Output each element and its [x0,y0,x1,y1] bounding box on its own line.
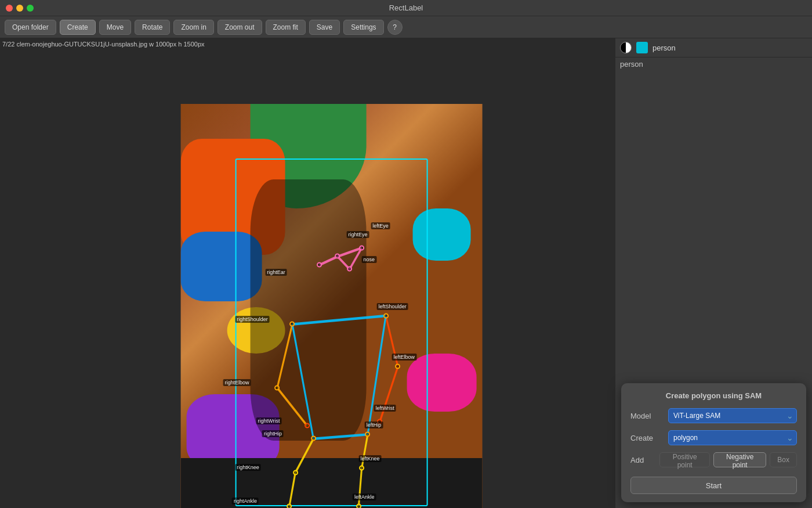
class-item-person[interactable]: person [615,57,812,71]
save-button[interactable]: Save [309,20,340,35]
create-select[interactable]: polygon [668,430,797,445]
keypoint-label-leftShoulder: leftShoulder [377,303,408,310]
positive-point-button[interactable]: Positive point [659,452,710,467]
keypoint-label-rightElbow: rightElbow [223,379,251,386]
negative-point-button[interactable]: Negative point [713,452,766,467]
box-button[interactable]: Box [770,452,797,467]
keypoint-dot-rightShoulder[interactable] [289,322,295,327]
maximize-button[interactable] [27,5,34,12]
keypoint-label-rightEar: rightEar [265,269,287,276]
keypoint-label-rightKnee: rightKnee [235,464,261,471]
keypoint-dot-leftHip[interactable] [365,431,370,437]
keypoint-label-rightEye: rightEye [347,231,369,238]
rotate-button[interactable]: Rotate [135,20,170,35]
file-info: 7/22 clem-onojeghuo-GUTUCKSU1jU-unsplash… [2,41,205,48]
sam-panel: Create polygon using SAM Model ViT-Large… [621,383,806,502]
add-button-group: Positive point Negative point Box [659,452,797,467]
create-label: Create [630,434,662,442]
contrast-icon [620,42,632,53]
keypoint-label-rightHip: rightHip [262,430,284,437]
toolbar: Open folder Create Move Rotate Zoom in Z… [0,16,812,38]
keypoint-label-rightAnkle: rightAnkle [232,498,259,505]
keypoint-dot-leftElbow[interactable] [395,364,400,369]
minimize-button[interactable] [16,5,23,12]
keypoint-label-leftElbow: leftElbow [392,354,417,361]
window-controls [6,5,34,12]
keypoint-dot-rightEye[interactable] [335,254,340,259]
graffiti-background: rightEyeleftEyenoserightEarrightShoulder… [181,104,483,509]
keypoint-dot-rightWrist[interactable] [304,423,310,428]
move-button[interactable]: Move [99,20,131,35]
class-name-label: person [652,44,676,52]
create-select-wrapper: polygon [668,430,797,445]
add-label: Add [630,456,659,464]
model-select[interactable]: ViT-Large SAM [668,408,797,423]
class-color-swatch [636,42,648,53]
class-list-header: person [615,38,812,57]
keypoint-dot-rightKnee[interactable] [293,470,298,475]
keypoint-label-leftAnkle: leftAnkle [353,493,376,500]
model-label: Model [630,412,662,420]
keypoint-label-leftEye: leftEye [371,222,390,229]
keypoint-dot-leftAnkle[interactable] [356,504,361,509]
keypoint-label-leftKnee: leftKnee [358,455,381,462]
close-button[interactable] [6,5,13,12]
keypoint-label-rightShoulder: rightShoulder [235,316,270,323]
keypoint-label-rightWrist: rightWrist [256,417,282,424]
keypoint-dot-leftKnee[interactable] [359,466,364,471]
keypoint-dot-rightAnkle[interactable] [287,504,292,509]
titlebar: RectLabel [0,0,812,16]
start-button[interactable]: Start [630,477,797,494]
keypoint-label-nose: nose [362,256,377,263]
canvas-area[interactable]: 7/22 clem-onojeghuo-GUTUCKSU1jU-unsplash… [0,38,615,508]
help-button[interactable]: ? [387,20,403,35]
app-title: RectLabel [389,3,423,12]
add-row: Add Positive point Negative point Box [630,452,797,467]
zoom-out-button[interactable]: Zoom out [217,20,262,35]
keypoint-dot-rightEar[interactable] [317,262,322,267]
create-row: Create polygon [630,430,797,445]
zoom-fit-button[interactable]: Zoom fit [266,20,306,35]
keypoint-dot-rightHip[interactable] [311,436,316,441]
keypoint-dot-rightElbow[interactable] [274,385,280,390]
keypoint-dot-nose[interactable] [347,266,352,272]
zoom-in-button[interactable]: Zoom in [173,20,213,35]
model-select-wrapper: ViT-Large SAM [668,408,797,423]
image-container: rightEyeleftEyenoserightEarrightShoulder… [181,104,483,509]
create-button[interactable]: Create [60,20,96,35]
right-panel: person person Create polygon using SAM M… [615,38,812,508]
sam-panel-title: Create polygon using SAM [630,391,797,400]
keypoint-dot-leftEye[interactable] [359,245,364,250]
keypoint-dot-leftShoulder[interactable] [383,313,389,318]
keypoint-label-leftWrist: leftWrist [374,405,396,412]
model-row: Model ViT-Large SAM [630,408,797,423]
open-folder-button[interactable]: Open folder [5,20,56,35]
settings-button[interactable]: Settings [343,20,383,35]
keypoint-label-leftHip: leftHip [365,421,383,428]
main-layout: 7/22 clem-onojeghuo-GUTUCKSU1jU-unsplash… [0,38,812,508]
